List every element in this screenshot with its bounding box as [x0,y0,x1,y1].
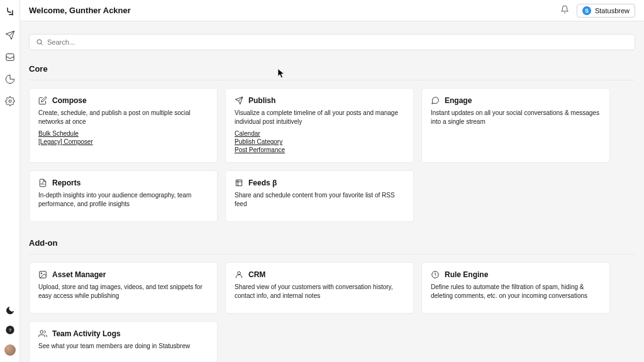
svg-point-6 [41,273,42,274]
user-avatar[interactable] [4,344,16,356]
feeds-icon [235,178,243,187]
card-title: Reports [52,178,80,187]
publish-icon [235,96,243,105]
card-feeds[interactable]: Feeds β Share and schedule content from … [225,170,414,222]
card-desc: Shared view of your customers with conve… [235,283,404,300]
link-publish-category[interactable]: Publish Category [235,138,404,145]
content-area: Core Compose Create, schedule, and publi… [20,21,644,362]
link-calendar[interactable]: Calendar [235,130,404,137]
svg-point-4 [37,40,42,44]
asset-icon [38,270,47,279]
card-engage[interactable]: Engage Instant updates on all your socia… [421,88,610,163]
svg-point-7 [238,272,241,275]
card-compose[interactable]: Compose Create, schedule, and publish a … [29,88,218,163]
card-title: Feeds β [248,178,277,187]
org-switcher[interactable]: S Statusbrew [577,4,635,18]
card-crm[interactable]: CRM Shared view of your customers with c… [225,262,414,314]
inbox-nav-icon[interactable] [5,52,15,64]
topbar: Welcome, Gunther Ackner S Statusbrew [20,0,644,21]
link-bulk-schedule[interactable]: Bulk Schedule [38,130,208,137]
card-desc: Upload, store and tag images, videos, an… [38,283,208,300]
card-title: Rule Engine [445,270,488,279]
link-legacy-composer[interactable]: [Legacy] Composer [38,138,208,145]
card-reports[interactable]: Reports In-depth insights into your audi… [29,170,218,222]
help-icon[interactable]: ? [5,325,15,337]
card-desc: In-depth insights into your audience dem… [38,191,208,209]
section-title-core: Core [29,64,635,74]
card-desc: Share and schedule content from your fav… [235,191,404,209]
card-title: Publish [248,96,275,105]
compose-icon [38,96,47,105]
card-rule-engine[interactable]: Rule Engine Define rules to automate the… [421,262,610,314]
brand-logo[interactable] [4,5,16,18]
card-publish[interactable]: Publish Visualize a complete timeline of… [225,88,414,163]
settings-nav-icon[interactable] [5,96,15,108]
search-input[interactable] [47,38,628,46]
reports-nav-icon[interactable] [5,74,15,86]
card-asset-manager[interactable]: Asset Manager Upload, store and tag imag… [29,262,218,314]
publish-nav-icon[interactable] [5,30,15,42]
search-box[interactable] [29,34,635,50]
card-title: Compose [52,96,87,105]
svg-point-1 [9,100,11,102]
engage-icon [431,96,440,105]
card-title: Team Activity Logs [52,329,121,338]
reports-icon [38,178,47,187]
card-team-activity[interactable]: Team Activity Logs See what your team me… [29,321,218,362]
card-desc: Visualize a complete timeline of all you… [235,109,404,126]
page-title: Welcome, Gunther Ackner [29,6,131,15]
svg-point-0 [12,14,13,16]
card-desc: Create, schedule, and publish a post on … [38,109,208,126]
card-title: CRM [248,270,265,279]
section-title-addon: Add-on [29,238,635,248]
svg-text:?: ? [8,327,11,333]
card-desc: Define rules to automate the filtration … [431,283,601,300]
notifications-icon[interactable] [560,5,569,16]
sidebar: ? [0,0,20,362]
org-name: Statusbrew [595,7,630,14]
svg-point-9 [40,331,43,334]
card-desc: See what your team members are doing in … [38,342,208,351]
activity-icon [38,329,47,338]
org-avatar-icon: S [582,6,591,15]
card-title: Engage [445,96,472,105]
card-title: Asset Manager [52,270,106,279]
rule-icon [431,270,440,279]
link-post-performance[interactable]: Post Performance [235,146,404,153]
search-icon [36,38,43,46]
theme-toggle-icon[interactable] [5,305,15,317]
card-desc: Instant updates on all your social conve… [431,109,601,126]
crm-icon [235,270,243,279]
